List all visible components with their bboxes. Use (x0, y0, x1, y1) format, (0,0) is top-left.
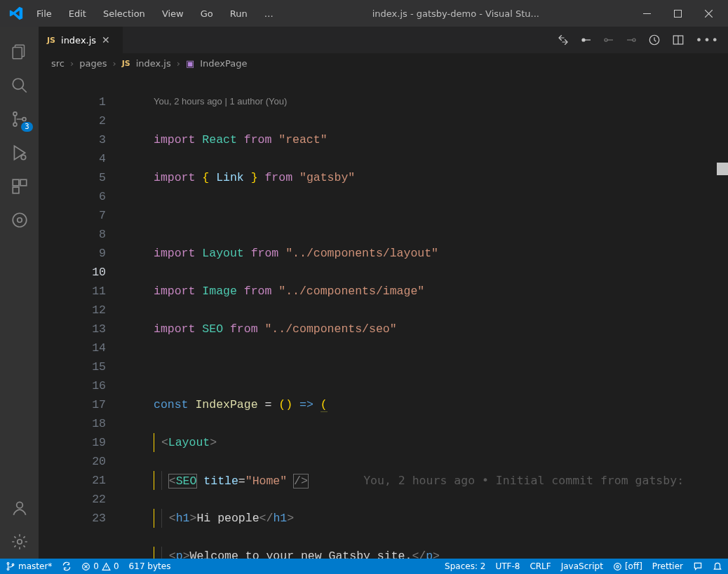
search-icon[interactable] (3, 69, 36, 102)
menu-selection[interactable]: Selection (96, 6, 152, 22)
window-title: index.js - gatsby-demo - Visual Stu... (281, 8, 631, 19)
svg-point-14 (16, 502, 22, 508)
code-line: import React from "react" (116, 130, 728, 149)
close-button[interactable] (693, 2, 724, 25)
svg-point-16 (582, 39, 585, 41)
status-eol[interactable]: CRLF (530, 561, 551, 571)
code-editor[interactable]: 1234567891011121314151617181920212223 Yo… (39, 73, 728, 559)
settings-gear-icon[interactable] (3, 525, 36, 559)
svg-rect-3 (13, 48, 22, 59)
menu-view[interactable]: View (155, 6, 191, 22)
line-number-gutter: 1234567891011121314151617181920212223 (39, 90, 116, 528)
title-bar: File Edit Selection View Go Run … index.… (0, 0, 728, 27)
svg-point-21 (7, 563, 9, 565)
status-language[interactable]: JavaScript (561, 561, 603, 571)
code-line: import { Link } from "gatsby" (116, 168, 728, 187)
menu-overflow[interactable]: … (257, 6, 281, 22)
code-line: import SEO from "../components/seo" (116, 320, 728, 339)
chevron-right-icon: › (177, 58, 180, 69)
breadcrumb-src[interactable]: src (51, 58, 65, 69)
explorer-icon[interactable] (3, 35, 36, 69)
editor-actions: ••• (548, 27, 728, 53)
menu-go[interactable]: Go (194, 6, 220, 22)
chevron-right-icon: › (70, 58, 74, 69)
status-filesize[interactable]: 617 bytes (129, 561, 171, 571)
close-tab-icon[interactable]: ✕ (102, 34, 110, 46)
breadcrumb[interactable]: src › pages › JS index.js › ▣ IndexPage (39, 53, 728, 73)
scm-badge: 3 (21, 122, 32, 132)
menu-file[interactable]: File (29, 6, 59, 22)
status-encoding[interactable]: UTF-8 (495, 561, 520, 571)
code-line: <Layout> (116, 433, 728, 452)
code-content[interactable]: You, 2 hours ago | 1 author (You) import… (116, 73, 728, 559)
svg-point-4 (13, 78, 23, 89)
status-bar: master* 0 0 617 bytes Spaces: 2 UTF-8 CR… (0, 559, 728, 574)
code-line: const IndexPage = () => ( (116, 395, 728, 414)
status-problems[interactable]: 0 0 (81, 561, 119, 571)
svg-rect-11 (13, 187, 19, 193)
svg-point-18 (633, 39, 635, 41)
app-shell: 3 JS index.js ✕ (0, 27, 728, 559)
vscode-logo-icon (8, 6, 24, 21)
source-control-icon[interactable]: 3 (3, 102, 36, 136)
symbol-icon: ▣ (186, 58, 194, 69)
tab-index-js[interactable]: JS index.js ✕ (39, 27, 123, 53)
code-line: <p>Welcome to your new Gatsby site.</p> (116, 547, 728, 559)
code-line (116, 206, 728, 225)
commit-next2-icon[interactable] (626, 34, 637, 46)
editor-area: JS index.js ✕ ••• src › pages › JS index… (39, 27, 728, 559)
code-line (116, 357, 728, 376)
commit-next-icon[interactable] (603, 34, 614, 46)
commit-prev-icon[interactable] (581, 34, 592, 46)
compare-changes-icon[interactable] (557, 34, 569, 46)
code-line: <SEO title="Home" /> You, 2 hours ago • … (116, 471, 728, 490)
account-icon[interactable] (3, 491, 36, 525)
svg-rect-0 (643, 13, 651, 14)
extensions-icon[interactable] (3, 170, 36, 203)
split-editor-icon[interactable] (672, 34, 685, 46)
code-line: import Layout from "../components/layout… (116, 244, 728, 263)
status-sync[interactable] (62, 561, 72, 571)
svg-rect-10 (20, 179, 27, 186)
tab-bar: JS index.js ✕ ••• (39, 27, 728, 53)
svg-point-26 (614, 563, 621, 570)
gitlens-icon[interactable] (3, 203, 36, 237)
svg-point-6 (13, 123, 17, 126)
js-file-icon: JS (47, 36, 55, 45)
codelens[interactable]: You, 2 hours ago | 1 author (You) (116, 95, 728, 111)
breadcrumb-file[interactable]: index.js (136, 58, 171, 69)
more-actions-icon[interactable]: ••• (696, 34, 720, 47)
svg-point-15 (17, 540, 22, 545)
file-annotations-icon[interactable] (648, 34, 661, 46)
svg-point-12 (13, 213, 27, 227)
menu-edit[interactable]: Edit (62, 6, 93, 22)
menu-bar: File Edit Selection View Go Run … (29, 6, 281, 22)
status-liveshare[interactable]: [off] (613, 561, 642, 571)
svg-point-7 (22, 118, 26, 121)
status-branch[interactable]: master* (6, 561, 52, 571)
status-bell-icon[interactable] (713, 561, 722, 571)
inline-blame: You, 2 hours ago • Initial commit from g… (363, 474, 684, 487)
svg-point-17 (605, 39, 607, 41)
tab-label: index.js (61, 35, 96, 46)
minimize-button[interactable] (631, 2, 662, 25)
breadcrumb-pages[interactable]: pages (79, 58, 107, 69)
activity-bar: 3 (0, 27, 39, 559)
chevron-right-icon: › (112, 58, 116, 69)
code-line: import Image from "../components/image" (116, 282, 728, 301)
svg-point-8 (21, 155, 25, 160)
breadcrumb-symbol[interactable]: IndexPage (200, 58, 247, 69)
window-controls (631, 2, 724, 25)
svg-point-5 (13, 112, 17, 116)
menu-run[interactable]: Run (223, 6, 255, 22)
svg-point-13 (17, 218, 22, 223)
run-debug-icon[interactable] (3, 136, 36, 170)
svg-rect-1 (674, 10, 681, 17)
status-prettier[interactable]: Prettier (652, 561, 683, 571)
svg-rect-9 (13, 179, 19, 186)
js-file-icon: JS (122, 59, 130, 68)
code-line: <h1>Hi people</h1> (116, 509, 728, 528)
maximize-button[interactable] (662, 2, 693, 25)
status-indent[interactable]: Spaces: 2 (445, 561, 485, 571)
status-feedback-icon[interactable] (693, 561, 703, 571)
